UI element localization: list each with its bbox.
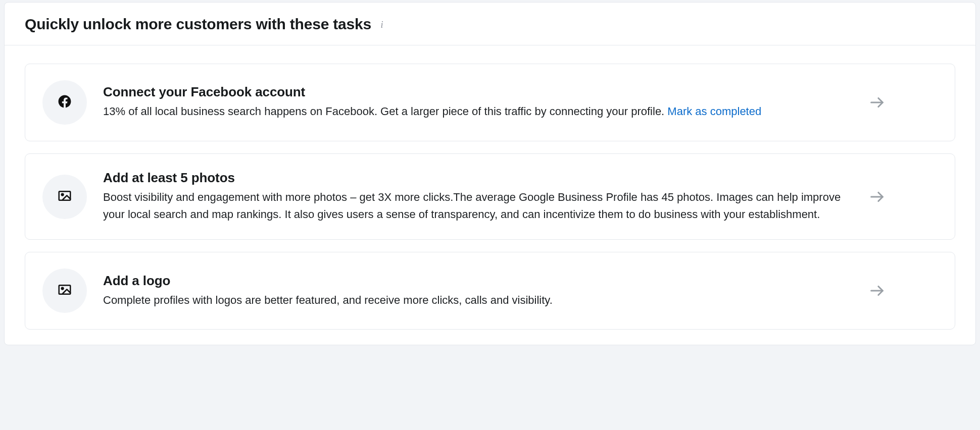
svg-rect-1 xyxy=(59,191,71,200)
svg-point-2 xyxy=(62,193,64,195)
panel-header: Quickly unlock more customers with these… xyxy=(5,3,975,45)
task-card-connect-facebook[interactable]: Connect your Facebook account 13% of all… xyxy=(25,64,955,141)
task-title: Add a logo xyxy=(103,273,851,289)
task-description-text: 13% of all local business search happens… xyxy=(103,105,667,118)
task-icon-wrap xyxy=(42,80,87,125)
task-icon-wrap xyxy=(42,268,87,313)
arrow-right-icon xyxy=(867,187,887,207)
task-body: Add a logo Complete profiles with logos … xyxy=(103,273,851,309)
image-icon xyxy=(57,282,72,299)
task-description: Boost visibility and engagement with mor… xyxy=(103,189,851,223)
svg-rect-4 xyxy=(59,285,71,294)
task-description: Complete profiles with logos are better … xyxy=(103,292,851,309)
task-description: 13% of all local business search happens… xyxy=(103,103,851,120)
svg-point-5 xyxy=(62,288,64,290)
arrow-right-icon xyxy=(867,281,887,301)
task-body: Add at least 5 photos Boost visibility a… xyxy=(103,170,851,223)
mark-completed-link[interactable]: Mark as completed xyxy=(667,105,761,118)
task-title: Connect your Facebook account xyxy=(103,84,851,100)
arrow-right-icon xyxy=(867,92,887,113)
task-icon-wrap xyxy=(42,175,87,219)
task-title: Add at least 5 photos xyxy=(103,170,851,186)
tasks-panel: Quickly unlock more customers with these… xyxy=(4,2,976,345)
tasks-list: Connect your Facebook account 13% of all… xyxy=(5,45,975,345)
task-card-add-logo[interactable]: Add a logo Complete profiles with logos … xyxy=(25,252,955,330)
image-icon xyxy=(57,188,72,205)
task-card-add-photos[interactable]: Add at least 5 photos Boost visibility a… xyxy=(25,153,955,240)
info-icon[interactable]: i xyxy=(377,20,386,29)
panel-title: Quickly unlock more customers with these… xyxy=(25,16,371,33)
task-body: Connect your Facebook account 13% of all… xyxy=(103,84,851,120)
facebook-icon xyxy=(57,94,72,111)
